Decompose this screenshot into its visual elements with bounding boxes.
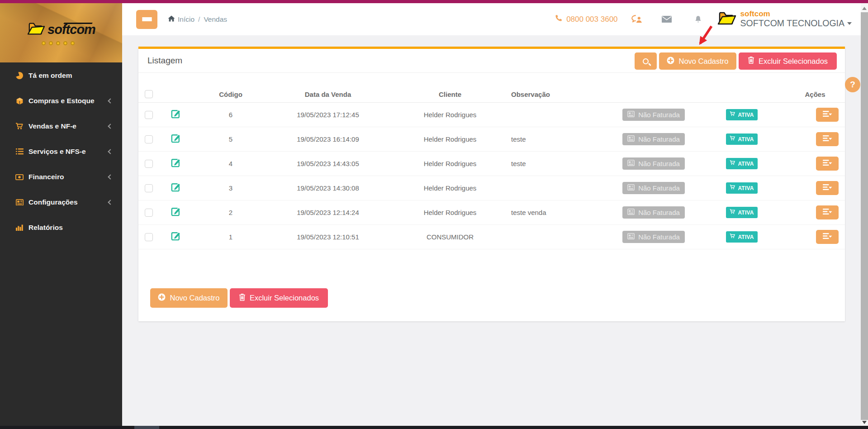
list-icon (15, 148, 24, 154)
delete-selected-label: Excluir Selecionados (250, 294, 319, 302)
row-actions-dropdown-button[interactable] (816, 205, 839, 219)
support-phone[interactable]: 0800 003 3600 (555, 14, 617, 24)
row-actions-dropdown-button[interactable] (816, 108, 839, 122)
ativa-label: ATIVA (738, 136, 754, 143)
messages-icon[interactable] (662, 16, 672, 23)
cell-codigo: 5 (199, 135, 262, 143)
delete-selected-label: Excluir Selecionados (759, 57, 828, 66)
new-record-button[interactable]: Novo Cadastro (659, 52, 736, 70)
account-menu[interactable]: softcom SOFTCOM TECNOLOGIA (717, 10, 852, 29)
sidebar-item-compras-e-estoque[interactable]: Compras e Estoque (0, 88, 122, 114)
invoice-newspaper-icon (627, 111, 635, 119)
list-dropdown-icon (823, 233, 832, 241)
edit-pencil-icon (170, 182, 181, 194)
cart-icon (730, 136, 735, 142)
breadcrumb-separator: / (198, 15, 200, 24)
row-checkbox[interactable] (145, 111, 153, 119)
chevron-left-icon (108, 149, 113, 154)
sidebar-item-financeiro[interactable]: Financeiro (0, 164, 122, 190)
edit-row-button[interactable] (170, 157, 181, 170)
sidebar-item-vendas-e-nfe[interactable]: Vendas e NF-e (0, 114, 122, 139)
cart-icon (730, 160, 735, 167)
edit-row-button[interactable] (170, 231, 181, 243)
cart-icon (730, 111, 735, 118)
edit-row-button[interactable] (170, 109, 181, 121)
header-codigo: Código (199, 91, 262, 98)
horizontal-scrollbar[interactable] (0, 426, 868, 429)
sidebar-item-label: Vendas e NF-e (28, 122, 76, 130)
breadcrumb-home[interactable]: Início (168, 15, 194, 24)
delete-selected-button-bottom[interactable]: Excluir Selecionados (230, 288, 328, 308)
cell-observacao: teste (507, 135, 615, 143)
notifications-bell-icon[interactable] (694, 15, 702, 23)
scroll-up-arrow-icon[interactable] (862, 7, 867, 10)
sales-table: Código Data da Venda Cliente Observação … (138, 86, 845, 249)
cell-codigo: 4 (199, 160, 262, 167)
chat-support-icon[interactable] (631, 15, 643, 23)
horizontal-scrollbar-thumb[interactable] (134, 426, 159, 429)
cell-data-venda: 19/05/2023 14:30:08 (262, 184, 394, 192)
header-observacao: Observação (507, 91, 615, 98)
row-checkbox[interactable] (145, 233, 153, 241)
row-checkbox[interactable] (145, 184, 153, 192)
edit-row-button[interactable] (170, 206, 181, 219)
delete-selected-button[interactable]: Excluir Selecionados (739, 52, 837, 70)
search-button[interactable] (635, 52, 657, 70)
chevron-left-icon (108, 200, 113, 205)
cell-codigo: 2 (199, 209, 262, 216)
cell-cliente: Helder Rodrigues (394, 209, 507, 216)
cell-cliente: CONSUMIDOR (394, 233, 507, 241)
row-checkbox[interactable] (145, 209, 153, 217)
cart-icon (730, 185, 735, 191)
list-dropdown-icon (823, 111, 832, 119)
help-button[interactable]: ? (845, 77, 860, 92)
edit-row-button[interactable] (170, 182, 181, 194)
row-actions-dropdown-button[interactable] (816, 132, 839, 146)
sidebar-item-servicos-e-nfse[interactable]: Serviços e NFS-e (0, 139, 122, 164)
row-actions-dropdown-button[interactable] (816, 157, 839, 171)
list-dropdown-icon (823, 160, 832, 168)
nao-faturada-label: Não Faturada (638, 160, 680, 167)
sidebar-toggle-button[interactable] (136, 10, 157, 29)
edit-pencil-icon (170, 133, 181, 145)
trash-icon (239, 293, 246, 303)
invoice-newspaper-icon (627, 233, 635, 241)
home-icon (168, 15, 175, 24)
ativa-label: ATIVA (738, 210, 754, 216)
main-content: Listagem Novo Cadastro Excluir Seleciona… (122, 35, 861, 426)
chevron-left-icon (108, 124, 113, 129)
sidebar-item-label: Tá em ordem (28, 72, 72, 80)
invoice-newspaper-icon (627, 160, 635, 167)
cell-cliente: Helder Rodrigues (394, 111, 507, 119)
phone-icon (555, 14, 562, 24)
table-row: 4 19/05/2023 14:43:05 Helder Rodrigues t… (138, 152, 845, 176)
row-checkbox[interactable] (145, 160, 153, 168)
cell-codigo: 6 (199, 111, 262, 119)
row-actions-dropdown-button[interactable] (816, 181, 839, 195)
cell-codigo: 1 (199, 233, 262, 241)
account-brand: softcom (740, 10, 852, 19)
new-record-button-bottom[interactable]: Novo Cadastro (150, 288, 228, 308)
vertical-scrollbar-thumb[interactable] (861, 12, 868, 420)
ativa-badge: ATIVA (726, 158, 757, 169)
sidebar-item-ta-em-ordem[interactable]: Tá em ordem (0, 63, 122, 88)
table-row: 6 19/05/2023 17:12:45 Helder Rodrigues N… (138, 103, 845, 127)
edit-row-button[interactable] (170, 133, 181, 145)
edit-pencil-icon (170, 231, 181, 243)
nao-faturada-label: Não Faturada (638, 209, 680, 216)
ativa-badge: ATIVA (726, 207, 757, 218)
list-dropdown-icon (823, 135, 832, 143)
sidebar-item-relatorios[interactable]: Relatórios (0, 215, 122, 240)
row-checkbox[interactable] (145, 135, 153, 143)
search-icon (643, 58, 649, 64)
nao-faturada-label: Não Faturada (638, 233, 680, 241)
scroll-down-arrow-icon[interactable] (862, 421, 867, 424)
vertical-scrollbar[interactable] (861, 3, 868, 426)
footer-buttons: Novo Cadastro Excluir Selecionados (150, 288, 328, 308)
sidebar-item-configuracoes[interactable]: Configurações (0, 190, 122, 215)
cube-icon (15, 97, 24, 105)
folder-logo-icon (27, 21, 46, 39)
row-actions-dropdown-button[interactable] (816, 230, 839, 244)
sidebar-logo[interactable]: softcom (0, 3, 122, 62)
select-all-checkbox[interactable] (145, 90, 153, 98)
